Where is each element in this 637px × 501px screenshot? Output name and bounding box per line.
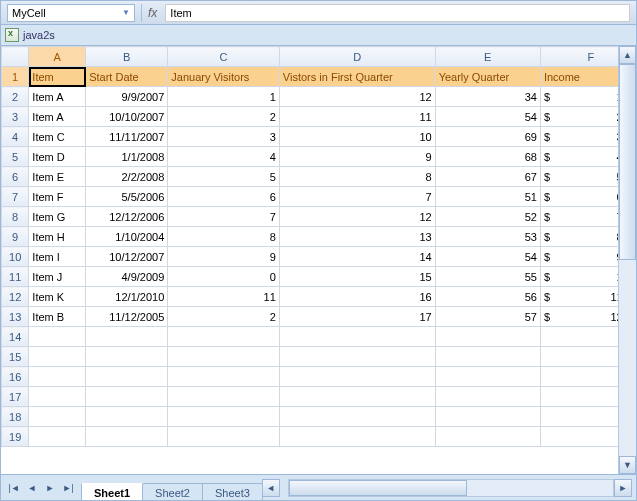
cell[interactable]: 12/1/2010	[86, 287, 168, 307]
cell[interactable]: Item I	[29, 247, 86, 267]
cell-empty[interactable]	[168, 427, 280, 447]
cell[interactable]: 12	[279, 87, 435, 107]
cell-empty[interactable]	[168, 407, 280, 427]
cell[interactable]: 56	[435, 287, 540, 307]
row-header-1[interactable]: 1	[2, 67, 29, 87]
cell[interactable]: 54	[435, 107, 540, 127]
row-header-2[interactable]: 2	[2, 87, 29, 107]
row-header-19[interactable]: 19	[2, 427, 29, 447]
cell[interactable]: 12/12/2006	[86, 207, 168, 227]
cell-empty[interactable]	[29, 327, 86, 347]
cell[interactable]: Item F	[29, 187, 86, 207]
row-header-14[interactable]: 14	[2, 327, 29, 347]
row-header-10[interactable]: 10	[2, 247, 29, 267]
cell[interactable]: 5	[168, 167, 280, 187]
cell[interactable]: 1	[168, 87, 280, 107]
col-header-D[interactable]: D	[279, 47, 435, 67]
cell[interactable]: Item B	[29, 307, 86, 327]
cell[interactable]: 7	[168, 207, 280, 227]
cell[interactable]: 8	[168, 227, 280, 247]
cell[interactable]: 2	[168, 107, 280, 127]
cell[interactable]: 6	[168, 187, 280, 207]
cell[interactable]: 4/9/2009	[86, 267, 168, 287]
nav-next-icon[interactable]: ►	[41, 479, 59, 497]
cell[interactable]: 51	[435, 187, 540, 207]
header-cell[interactable]: Yearly Quarter	[435, 67, 540, 87]
row-header-4[interactable]: 4	[2, 127, 29, 147]
cell[interactable]: 4	[168, 147, 280, 167]
cell[interactable]: 14	[279, 247, 435, 267]
cell[interactable]: 9	[279, 147, 435, 167]
select-all-corner[interactable]	[2, 47, 29, 67]
cell-empty[interactable]	[86, 407, 168, 427]
cell[interactable]: Item J	[29, 267, 86, 287]
cell[interactable]: 67	[435, 167, 540, 187]
cell-empty[interactable]	[279, 347, 435, 367]
nav-prev-icon[interactable]: ◄	[23, 479, 41, 497]
cell[interactable]: Item G	[29, 207, 86, 227]
row-header-9[interactable]: 9	[2, 227, 29, 247]
cell[interactable]: Item D	[29, 147, 86, 167]
cell-empty[interactable]	[435, 427, 540, 447]
cell[interactable]: 53	[435, 227, 540, 247]
cell[interactable]: 10/12/2007	[86, 247, 168, 267]
cell-empty[interactable]	[279, 427, 435, 447]
cell[interactable]: Item E	[29, 167, 86, 187]
col-header-C[interactable]: C	[168, 47, 280, 67]
scroll-up-icon[interactable]: ▲	[619, 46, 636, 64]
cell-empty[interactable]	[435, 347, 540, 367]
cell[interactable]: 10/10/2007	[86, 107, 168, 127]
row-header-17[interactable]: 17	[2, 387, 29, 407]
row-header-8[interactable]: 8	[2, 207, 29, 227]
cell[interactable]: 1/10/2004	[86, 227, 168, 247]
row-header-7[interactable]: 7	[2, 187, 29, 207]
cell-empty[interactable]	[435, 407, 540, 427]
vertical-scrollbar[interactable]: ▲ ▼	[618, 46, 636, 474]
col-header-A[interactable]: A	[29, 47, 86, 67]
cell[interactable]: 9/9/2007	[86, 87, 168, 107]
cell[interactable]: 1/1/2008	[86, 147, 168, 167]
cell-empty[interactable]	[86, 387, 168, 407]
sheet-tab-sheet1[interactable]: Sheet1	[81, 483, 143, 501]
sheet-tab-sheet2[interactable]: Sheet2	[142, 483, 203, 501]
cell[interactable]: 16	[279, 287, 435, 307]
cell-empty[interactable]	[86, 347, 168, 367]
col-header-B[interactable]: B	[86, 47, 168, 67]
header-cell[interactable]: Item	[29, 67, 86, 87]
header-cell[interactable]: Vistors in First Quarter	[279, 67, 435, 87]
cell[interactable]: 11	[168, 287, 280, 307]
cell[interactable]: Item C	[29, 127, 86, 147]
cell-empty[interactable]	[29, 387, 86, 407]
cell-empty[interactable]	[29, 367, 86, 387]
spreadsheet-grid[interactable]: A B C D E F 1ItemStart DateJanuary Visit…	[1, 46, 636, 447]
header-cell[interactable]: Start Date	[86, 67, 168, 87]
row-header-18[interactable]: 18	[2, 407, 29, 427]
vscroll-track[interactable]	[619, 64, 636, 456]
cell[interactable]: 13	[279, 227, 435, 247]
cell[interactable]: 3	[168, 127, 280, 147]
cell-empty[interactable]	[86, 427, 168, 447]
row-header-15[interactable]: 15	[2, 347, 29, 367]
cell-empty[interactable]	[86, 367, 168, 387]
col-header-E[interactable]: E	[435, 47, 540, 67]
cell-empty[interactable]	[168, 367, 280, 387]
cell[interactable]: 11/12/2005	[86, 307, 168, 327]
cell[interactable]: Item A	[29, 87, 86, 107]
cell[interactable]: 17	[279, 307, 435, 327]
name-box[interactable]: ▼	[7, 4, 135, 22]
scroll-left-icon[interactable]: ◄	[262, 479, 280, 497]
sheet-tab-sheet3[interactable]: Sheet3	[202, 483, 263, 501]
cell-empty[interactable]	[29, 407, 86, 427]
cell[interactable]: 2	[168, 307, 280, 327]
cell-empty[interactable]	[435, 387, 540, 407]
cell[interactable]: 52	[435, 207, 540, 227]
hscroll-track[interactable]	[288, 479, 614, 497]
row-header-3[interactable]: 3	[2, 107, 29, 127]
cell-empty[interactable]	[435, 327, 540, 347]
cell-empty[interactable]	[279, 327, 435, 347]
cell-empty[interactable]	[29, 347, 86, 367]
cell-empty[interactable]	[279, 387, 435, 407]
cell[interactable]: 9	[168, 247, 280, 267]
cell-empty[interactable]	[168, 387, 280, 407]
cell[interactable]: 34	[435, 87, 540, 107]
